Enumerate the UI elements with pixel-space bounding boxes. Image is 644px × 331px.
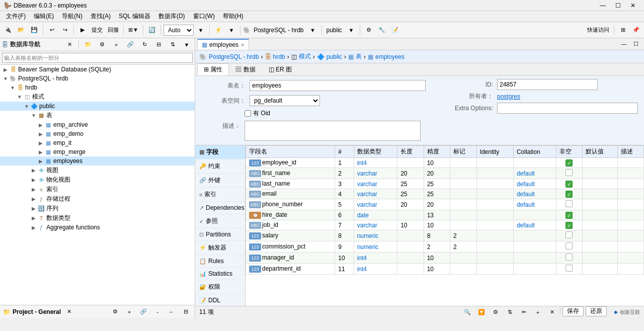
- owner-value[interactable]: postgres: [497, 93, 520, 100]
- project-minus[interactable]: -: [151, 306, 164, 318]
- menu-window[interactable]: 窗口(W): [189, 11, 219, 22]
- tablespace-select[interactable]: pg_default: [250, 95, 320, 106]
- tab-properties[interactable]: ⊞ 属性: [197, 63, 229, 75]
- tree-item-index[interactable]: ▶ ≡ 索引: [0, 185, 195, 194]
- tab-minimize[interactable]: —: [618, 38, 630, 50]
- project-close[interactable]: ✕: [63, 306, 75, 318]
- rollback-btn[interactable]: 回撤: [106, 24, 121, 36]
- menu-sql[interactable]: SQL 编辑器: [115, 11, 154, 22]
- icon-grid-btn[interactable]: ⊞: [617, 24, 629, 36]
- status-filter[interactable]: 🔽: [475, 306, 488, 318]
- table-row[interactable]: 123employee_id 1 int4 10 ✓: [246, 158, 644, 168]
- menu-file[interactable]: 文件(F): [2, 11, 30, 22]
- nav-item-partitions[interactable]: ⊡ Partitions: [195, 228, 245, 241]
- auto-combo[interactable]: Auto: [164, 25, 194, 36]
- project-left[interactable]: ←: [166, 306, 178, 318]
- tab-close-employees[interactable]: ✕: [240, 42, 245, 48]
- db-nav-refresh2[interactable]: ↻: [138, 39, 150, 51]
- tab-employees[interactable]: ▦ employees ✕: [197, 39, 249, 50]
- table-row[interactable]: 123commission_pct 9 numeric 2 2: [246, 241, 644, 253]
- table-row[interactable]: ABCfirst_name 2 varchar 20 20 default: [246, 168, 644, 179]
- tree-item-emp-it[interactable]: ▶ ▦ emp_it: [0, 138, 195, 147]
- table-row[interactable]: ABCjob_id 7 varchar 10 10 default ✓: [246, 220, 644, 230]
- tree-item-sqlite[interactable]: ▶ 🗄 Beaver Sample Database (SQLite): [0, 65, 195, 74]
- tree-search-input[interactable]: [2, 53, 193, 63]
- tree-item-public[interactable]: ▼ 🔷 public: [0, 102, 195, 111]
- db-nav-close[interactable]: ✕: [63, 39, 75, 51]
- table-row[interactable]: 123salary 8 numeric 8 2: [246, 230, 644, 241]
- nav-item-foreignkeys[interactable]: 🔗 外键: [195, 174, 245, 188]
- table-row[interactable]: ABClast_name 3 varchar 25 25 default ✓: [246, 179, 644, 189]
- extra-options-input[interactable]: [497, 103, 638, 114]
- tx-btn[interactable]: ⚡: [212, 24, 224, 36]
- table-row[interactable]: 123manager_id 10 int4 10: [246, 253, 644, 264]
- tree-item-proc[interactable]: ▶ ƒ 存储过程: [0, 194, 195, 204]
- db-nav-down[interactable]: ▼: [181, 39, 193, 51]
- menu-help[interactable]: 帮助(H): [219, 11, 248, 22]
- icon-pin-btn[interactable]: 📌: [630, 24, 642, 36]
- tree-item-emp-merge[interactable]: ▶ ▦ emp_merge: [0, 147, 195, 156]
- script-btn[interactable]: 📝: [389, 24, 401, 36]
- schema-drop[interactable]: ▼: [345, 24, 357, 36]
- tree-item-matview[interactable]: ▶ 👁 物化视图: [0, 175, 195, 185]
- breadcrumb-public[interactable]: public: [327, 53, 342, 60]
- nav-item-statistics[interactable]: 📊 Statistics: [195, 268, 245, 280]
- tx-drop[interactable]: ▼: [225, 24, 237, 36]
- tree-item-type[interactable]: ▶ T 数据类型: [0, 213, 195, 223]
- tree-item-employees[interactable]: ▶ ▦ employees: [0, 156, 195, 166]
- menu-nav[interactable]: 导航(N): [58, 11, 87, 22]
- tab-data[interactable]: ▤ 数据: [229, 63, 262, 75]
- project-gear[interactable]: ⚙: [109, 306, 121, 318]
- status-delete-row[interactable]: ✕: [546, 306, 558, 318]
- tree-item-pg[interactable]: ▼ 🐘 PostgreSQL - hrdb: [0, 74, 195, 83]
- tree-item-func[interactable]: ▶ ƒ Aggregate functions: [0, 223, 195, 232]
- tree-item-seq[interactable]: ▶ 🔢 序列: [0, 204, 195, 213]
- format-btn[interactable]: ⊞▼: [126, 24, 140, 36]
- save-btn[interactable]: 💾: [28, 24, 40, 36]
- tree-item-tablegroup[interactable]: ▼ ▦ 表: [0, 111, 195, 120]
- db-nav-collapse[interactable]: ⊟: [152, 39, 165, 51]
- breadcrumb-table[interactable]: 表: [356, 52, 362, 61]
- save-button[interactable]: 保存: [562, 306, 584, 316]
- db-nav-sync[interactable]: ⇅: [167, 39, 179, 51]
- nav-item-dependencies[interactable]: ↗ Dependencies: [195, 202, 245, 214]
- table-row[interactable]: ABCphone_number 5 varchar 20 20 default: [246, 199, 644, 210]
- nav-item-constraints[interactable]: 🔑 约束: [195, 159, 245, 174]
- id-input[interactable]: [497, 79, 598, 90]
- run-btn[interactable]: ▶: [76, 24, 89, 36]
- new-connection-btn[interactable]: 🔌: [2, 24, 14, 36]
- nav-item-columns[interactable]: ▦ 字段: [195, 145, 245, 159]
- tab-er[interactable]: ◫ ER 图: [262, 63, 298, 75]
- menu-edit[interactable]: 编辑(E): [30, 11, 58, 22]
- auto-drop[interactable]: ▼: [195, 24, 207, 36]
- maximize-button[interactable]: ☐: [611, 1, 625, 10]
- nav-item-refs[interactable]: ↙ 参照: [195, 214, 245, 228]
- status-edit[interactable]: ✏: [518, 306, 530, 318]
- table-row[interactable]: ⌚hire_date 6 date 13 ✓: [246, 210, 644, 220]
- breadcrumb-mode[interactable]: 模式: [299, 52, 311, 61]
- undo-btn[interactable]: ↩: [46, 24, 58, 36]
- table-row[interactable]: 123department_id 11 int4 10: [246, 264, 644, 275]
- nav-item-permissions[interactable]: 🔐 权限: [195, 280, 245, 294]
- desc-textarea[interactable]: [245, 121, 421, 141]
- tab-maximize[interactable]: ☐: [630, 38, 642, 50]
- db-nav-project[interactable]: 📁: [82, 39, 94, 51]
- db-nav-add[interactable]: +: [110, 39, 122, 51]
- status-add-row[interactable]: +: [532, 306, 544, 318]
- status-sort[interactable]: ⇅: [504, 306, 516, 318]
- minimize-button[interactable]: —: [596, 1, 610, 10]
- db-nav-gear[interactable]: ⚙: [96, 39, 108, 51]
- revert-button[interactable]: 还原: [586, 306, 607, 316]
- status-search[interactable]: 🔍: [461, 306, 473, 318]
- tree-item-hrdb[interactable]: ▼ 🗄 hrdb: [0, 83, 195, 92]
- commit-btn[interactable]: 提交: [90, 24, 105, 36]
- tree-item-view[interactable]: ▶ 👁 视图: [0, 166, 195, 175]
- status-settings2[interactable]: ⚙: [490, 306, 502, 318]
- menu-db[interactable]: 数据库(D): [154, 11, 189, 22]
- settings-btn[interactable]: ⚙: [363, 24, 375, 36]
- nav-item-rules[interactable]: 📋 Rules: [195, 255, 245, 268]
- open-btn[interactable]: 📂: [15, 24, 27, 36]
- tree-item-emp-demo[interactable]: ▶ ▦ emp_demo: [0, 129, 195, 138]
- quick-access-btn[interactable]: 快速访问: [585, 24, 611, 36]
- tree-item-schema[interactable]: ▼ ◫ 模式: [0, 92, 195, 102]
